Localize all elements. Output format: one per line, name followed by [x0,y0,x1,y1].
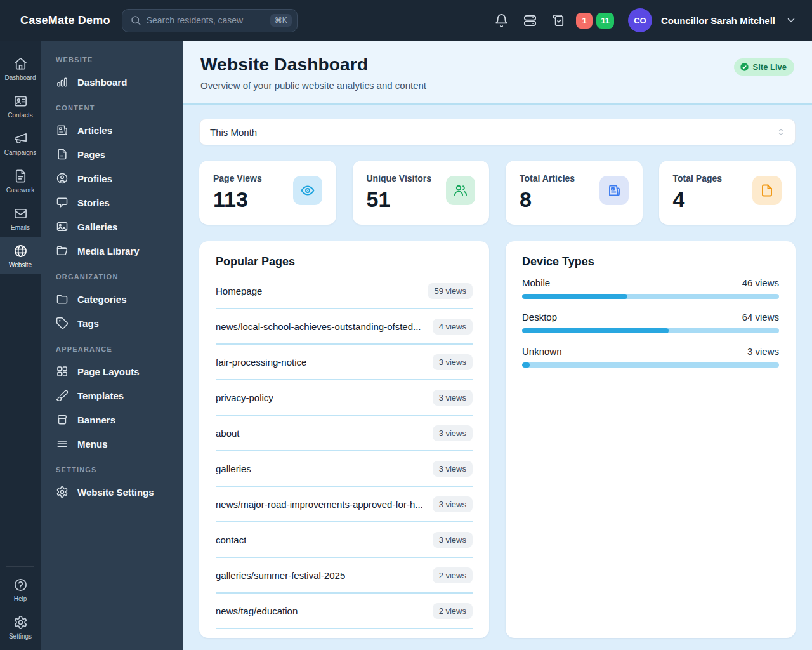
search-input[interactable]: Search residents, casew ⌘K [122,9,298,32]
help-circle-icon [13,578,28,592]
sidebar-item-galleries[interactable]: Galleries [55,215,171,239]
sidebar-section-website: WEBSITE [56,56,171,63]
grid-icon [56,365,69,378]
sidebar-item-banners[interactable]: Banners [55,408,171,432]
sidebar-item-profiles[interactable]: Profiles [55,166,171,190]
stat-value: 8 [520,187,575,212]
sidebar-item-templates[interactable]: Templates [55,383,171,408]
primary-nav-rail: Dashboard Contacts Campaigns Casework Em… [0,41,41,650]
rail-item-campaigns[interactable]: Campaigns [0,124,41,162]
file-icon [56,148,69,161]
device-types-card: Device Types Mobile 46 views Desktop 64 … [506,241,796,638]
views-badge: 2 views [433,603,473,619]
sidebar-item-dashboard[interactable]: Dashboard [55,70,171,94]
sidebar-item-pages[interactable]: Pages [55,142,171,166]
popular-pages-title: Popular Pages [216,255,473,269]
user-menu-chevron-down-icon[interactable] [785,15,797,26]
bar-chart-icon [56,76,69,88]
site-live-badge: Site Live [734,58,794,76]
page-header: Website Dashboard Overview of your publi… [183,41,812,105]
device-types-title: Device Types [522,255,779,269]
views-badge: 3 views [433,496,473,512]
rail-item-settings[interactable]: Settings [0,608,41,650]
stat-value: 4 [673,187,723,212]
sidebar-item-website-settings[interactable]: Website Settings [55,480,171,504]
tasks-clipboard-icon[interactable] [551,13,566,28]
website-sidebar: WEBSITE Dashboard CONTENT Articles Pages… [41,41,183,650]
progress-fill [522,294,627,299]
popular-page-row[interactable]: privacy-policy 3 views [216,380,473,416]
notifications-bell-icon[interactable] [494,13,509,28]
users-icon [446,176,475,205]
popular-page-row[interactable]: contact 3 views [216,522,473,558]
contacts-card-icon [13,94,28,109]
stat-value: 113 [213,187,262,212]
newspaper-icon [56,124,69,136]
user-circle-icon [56,172,69,185]
globe-icon [13,244,28,258]
rail-item-casework[interactable]: Casework [0,162,41,199]
envelope-icon [13,206,28,221]
paintbrush-icon [56,389,69,402]
views-badge: 59 views [428,283,473,299]
views-badge: 3 views [433,390,473,406]
popular-page-row[interactable]: Homepage 59 views [216,274,473,309]
popular-page-row[interactable]: galleries 3 views [216,451,473,487]
popular-page-row[interactable]: news/major-road-improvements-approved-fo… [216,487,473,522]
popular-page-row[interactable]: fair-processing-notice 3 views [216,345,473,380]
top-bar: CaseMate Demo Search residents, casew ⌘K… [0,0,812,41]
image-icon [56,220,69,233]
newspaper-icon [599,176,629,205]
views-badge: 2 views [433,567,473,583]
progress-fill [522,362,530,368]
popular-page-row[interactable]: galleries/summer-festival-2025 2 views [216,558,473,594]
archive-box-icon [56,413,69,426]
stats-row: Page Views 113 Unique Visitors 51 [199,161,796,225]
sidebar-item-page-layouts[interactable]: Page Layouts [55,359,171,383]
success-count-badge[interactable]: 11 [596,13,614,29]
stat-card-unique-visitors: Unique Visitors 51 [353,161,490,225]
rail-item-emails[interactable]: Emails [0,199,41,237]
sidebar-item-media-library[interactable]: Media Library [55,239,171,263]
search-shortcut: ⌘K [270,14,292,27]
gear-icon [56,486,69,498]
popular-page-row[interactable]: news/tag/education 2 views [216,594,473,629]
device-row-mobile: Mobile 46 views [522,277,779,299]
sidebar-item-categories[interactable]: Categories [55,287,171,311]
views-badge: 4 views [433,319,473,335]
megaphone-icon [13,131,28,146]
sidebar-item-tags[interactable]: Tags [55,311,171,335]
tag-icon [56,317,69,329]
period-select-value: This Month [210,127,257,138]
views-badge: 3 views [433,354,473,370]
rail-item-help[interactable]: Help [0,571,41,608]
popular-page-row[interactable]: about 3 views [216,416,473,451]
popular-pages-card: Popular Pages Homepage 59 views news/loc… [199,241,489,638]
search-placeholder: Search residents, casew [147,15,265,25]
stat-value: 51 [367,187,431,212]
rail-item-dashboard[interactable]: Dashboard [0,50,41,87]
views-badge: 3 views [433,461,473,477]
chat-bubble-icon [56,196,69,209]
period-select[interactable]: This Month [199,119,796,145]
sidebar-item-articles[interactable]: Articles [55,118,171,142]
progress-fill [522,328,669,333]
device-row-unknown: Unknown 3 views [522,346,779,368]
stat-card-page-views: Page Views 113 [199,161,336,225]
folder-open-icon [56,244,69,257]
user-avatar[interactable]: CO [628,8,652,32]
popular-page-row[interactable]: news/local-school-achieves-outstanding-o… [216,309,473,345]
rail-item-website[interactable]: Website [0,237,41,274]
sidebar-item-stories[interactable]: Stories [55,190,171,215]
alert-count-badge[interactable]: 1 [576,13,593,29]
page-subtitle: Overview of your public website analytic… [200,80,426,91]
document-icon [13,169,28,183]
progress-track [522,328,779,333]
eye-icon [293,176,322,205]
sidebar-item-menus[interactable]: Menus [55,432,171,456]
user-name: Councillor Sarah Mitchell [661,15,775,26]
database-icon[interactable] [523,13,537,28]
rail-divider [6,566,34,567]
stat-card-total-articles: Total Articles 8 [506,161,643,225]
rail-item-contacts[interactable]: Contacts [0,87,41,124]
